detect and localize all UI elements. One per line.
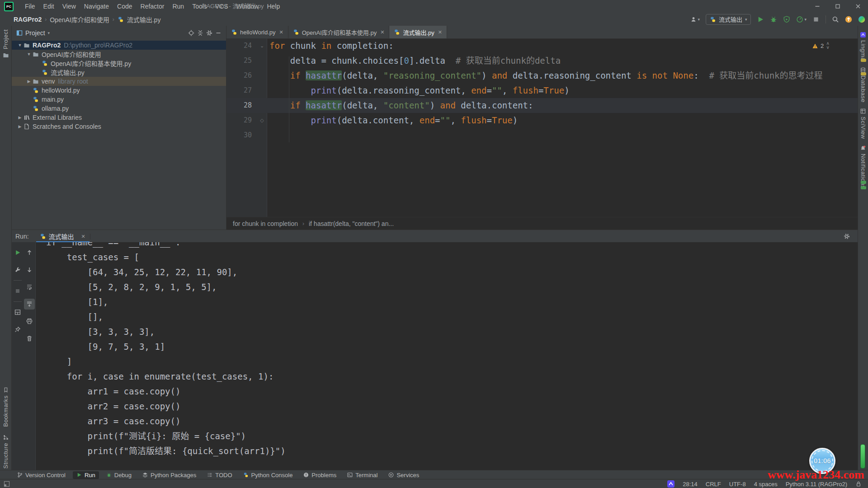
update-notification-icon[interactable] — [845, 16, 852, 23]
editor-tab[interactable]: 流式输出.py✕ — [389, 26, 447, 38]
up-stacktrace-button[interactable] — [24, 247, 35, 258]
stripe-label: Lingma — [860, 40, 867, 61]
line-number: 25 — [226, 53, 255, 68]
menu-item-edit[interactable]: Edit — [39, 0, 58, 13]
run-tab-close-icon[interactable]: ✕ — [77, 234, 90, 239]
toolwindow-button-terminal[interactable]: Terminal — [344, 471, 381, 479]
maximize-icon — [835, 3, 841, 9]
toolwindow-button-services[interactable]: Services — [385, 471, 423, 479]
console-line: arr1 = case.copy() — [46, 384, 863, 399]
tree-item[interactable]: helloWorld.py — [12, 86, 226, 95]
tree-item[interactable]: ▼OpenAI库介绍和使用 — [12, 50, 226, 59]
tree-item[interactable]: ollama.py — [12, 104, 226, 113]
debug-button[interactable] — [770, 16, 777, 23]
scroll-to-end-button[interactable] — [24, 299, 35, 310]
menu-item-refactor[interactable]: Refactor — [137, 0, 169, 13]
collapse-all-button[interactable] — [197, 30, 203, 36]
breadcrumb-item[interactable]: RAGPro2 — [14, 16, 42, 23]
editor-tab[interactable]: helloWorld.py✕ — [226, 26, 288, 38]
layout-settings-button[interactable] — [12, 307, 23, 318]
code-with-me-button[interactable]: ▾ — [690, 16, 700, 23]
tree-expand-icon[interactable]: ▼ — [16, 43, 24, 47]
python-icon — [118, 16, 124, 23]
toolwindow-button-version-control[interactable]: Version Control — [14, 471, 69, 479]
right-tool-stripe: LingmaDatabaseSciViewNotifications — [858, 26, 868, 470]
menu-item-view[interactable]: View — [58, 0, 80, 13]
console-output[interactable]: if __name__ == '__main__': test_cases = … — [36, 242, 863, 470]
soft-wrap-button[interactable] — [24, 282, 35, 292]
toolwindow-button-todo[interactable]: TODO — [203, 471, 236, 479]
menu-item-run[interactable]: Run — [168, 0, 188, 13]
pin-tab-button[interactable] — [12, 324, 23, 335]
tab-close-icon[interactable]: ✕ — [438, 29, 442, 35]
clear-console-button[interactable] — [24, 333, 35, 344]
stop-button[interactable] — [812, 16, 820, 23]
menu-item-navigate[interactable]: Navigate — [80, 0, 113, 13]
editor-tab[interactable]: OpenAI库介绍和基本使用.py✕ — [288, 26, 390, 38]
stop-process-button[interactable] — [12, 286, 23, 296]
profiler-button[interactable]: ▾ — [796, 16, 807, 23]
breadcrumb-scope-1[interactable]: for chunk in completion — [233, 220, 298, 227]
tree-item[interactable]: OpenAI库介绍和基本使用.py — [12, 59, 226, 68]
tab-close-icon[interactable]: ✕ — [380, 29, 384, 35]
modify-run-config-button[interactable] — [12, 264, 23, 275]
tool-windows-icon[interactable] — [4, 481, 10, 487]
project-panel-title[interactable]: Project — [25, 29, 45, 37]
hide-panel-button[interactable] — [215, 30, 222, 36]
down-stacktrace-button[interactable] — [24, 264, 35, 275]
sidebar-tab-project[interactable]: Project — [0, 29, 11, 58]
tree-item[interactable]: ▼RAGPro2D:\python_pro\RAGPro2 — [12, 41, 226, 50]
status-line-ending[interactable]: CRLF — [706, 481, 721, 488]
menu-item-help[interactable]: Help — [263, 0, 284, 13]
menu-item-code[interactable]: Code — [113, 0, 136, 13]
status-encoding[interactable]: UTF-8 — [729, 481, 746, 488]
run-tab[interactable]: 流式输出 ✕ — [35, 230, 95, 243]
breadcrumb-scope-2[interactable]: if hasattr(delta, "content") an... — [309, 220, 394, 227]
tree-item[interactable]: ▶Scratches and Consoles — [12, 122, 226, 131]
close-button[interactable] — [848, 0, 868, 13]
minimize-button[interactable] — [807, 0, 827, 13]
run-settings-button[interactable] — [844, 233, 850, 239]
inspection-widget[interactable]: 2 ˄˅ — [812, 42, 829, 50]
run-button[interactable] — [757, 16, 764, 23]
tree-expand-icon[interactable]: ▶ — [25, 79, 33, 84]
toolwindow-button-python-packages[interactable]: Python Packages — [139, 471, 200, 479]
tree-item[interactable]: ▶venvlibrary root — [12, 77, 226, 86]
toolwindow-button-problems[interactable]: Problems — [300, 471, 340, 479]
print-button[interactable] — [24, 316, 35, 327]
project-settings-button[interactable] — [206, 30, 212, 36]
run-config-label: 流式输出 — [719, 15, 742, 23]
tab-close-icon[interactable]: ✕ — [279, 29, 283, 35]
tree-expand-icon[interactable]: ▶ — [16, 115, 24, 120]
bookmark-icon: ◇ — [255, 117, 269, 123]
sidebar-tab-sciview[interactable]: SciView — [858, 108, 868, 139]
code-editor[interactable]: 24⌄for chunk in completion:25 delta = ch… — [226, 38, 858, 217]
locate-file-button[interactable] — [188, 30, 194, 36]
sidebar-tab-structure[interactable]: Structure — [0, 435, 11, 469]
sidebar-tab-bookmarks[interactable]: Bookmarks — [0, 387, 11, 427]
status-caret-position[interactable]: 28:14 — [683, 481, 698, 488]
rerun-button[interactable] — [12, 247, 23, 258]
tree-item[interactable]: main.py — [12, 95, 226, 104]
tree-expand-icon[interactable]: ▶ — [16, 124, 24, 129]
toolwindow-button-run[interactable]: Run — [73, 471, 99, 479]
tree-item[interactable]: ▶External Libraries — [12, 113, 226, 122]
tree-expand-icon[interactable]: ▼ — [25, 52, 33, 56]
sciview-icon — [860, 108, 866, 114]
run-config-select[interactable]: 流式输出 ▾ — [706, 14, 751, 25]
sidebar-tab-lingma[interactable]: Lingma — [858, 32, 868, 61]
python-icon — [394, 29, 400, 35]
python-icon — [231, 29, 237, 35]
tree-item[interactable]: 流式输出.py — [12, 68, 226, 77]
menu-item-file[interactable]: File — [21, 0, 39, 13]
toolwindow-button-python-console[interactable]: Python Console — [240, 471, 297, 479]
coverage-button[interactable] — [783, 16, 790, 23]
tree-item-label: ollama.py — [42, 105, 69, 112]
line-number: 28 — [226, 98, 255, 113]
breadcrumb-item[interactable]: OpenAI库介绍和使用 — [50, 15, 109, 24]
search-everywhere-button[interactable] — [832, 16, 839, 23]
settings-sync-icon[interactable] — [858, 16, 865, 23]
maximize-button[interactable] — [827, 0, 848, 13]
breadcrumb-item[interactable]: 流式输出.py — [127, 15, 161, 24]
toolwindow-button-debug[interactable]: Debug — [103, 471, 135, 479]
